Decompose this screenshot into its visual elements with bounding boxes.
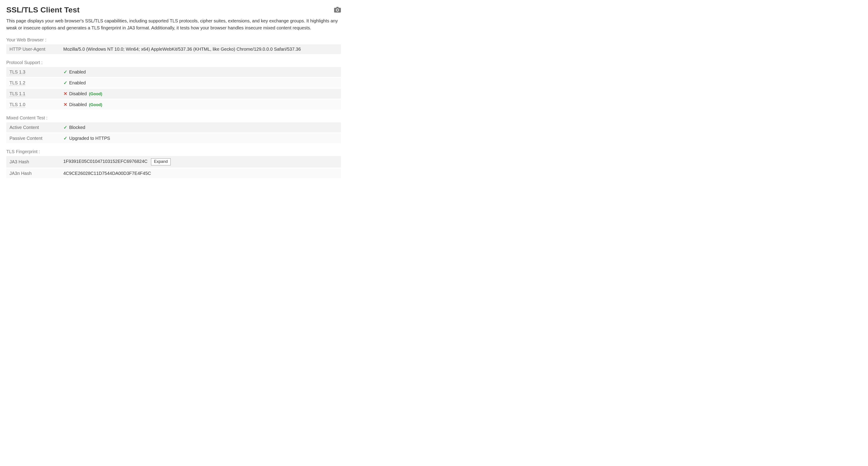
row-value-cell: ✓Upgraded to HTTPS [60,133,341,144]
row-value-cell: ✕Disabled (Good) [60,88,341,99]
row-key: TLS 1.2 [6,77,60,88]
check-icon: ✓ [63,136,67,141]
row-key: TLS 1.1 [6,88,60,99]
row-key-text[interactable]: TLS 1.3 [9,69,25,75]
row-value-cell: ✕Disabled (Good) [60,99,341,110]
row-key: JA3 Hash [6,156,60,168]
table-row: Passive Content ✓Upgraded to HTTPS [6,133,341,144]
camera-icon[interactable] [334,7,341,13]
row-value: Upgraded to HTTPS [69,136,110,141]
check-icon: ✓ [63,80,67,86]
row-value-cell: 4C9CE26028C11D7544DA00D3F7E4F45C [60,168,341,179]
row-value: Mozilla/5.0 (Windows NT 10.0; Win64; x64… [60,44,341,55]
row-value: Disabled [69,91,87,96]
row-value-cell: ✓Blocked [60,122,341,133]
check-icon: ✓ [63,69,67,75]
table-row: JA3 Hash 1F9391E05C01047103152EFC6976824… [6,156,341,168]
check-icon: ✓ [63,125,67,130]
row-value: 1F9391E05C01047103152EFC6976824C [63,159,148,164]
status-note: (Good) [89,92,102,96]
mixed-table: Active Content ✓Blocked Passive Content … [6,122,341,144]
row-key: TLS 1.0 [6,99,60,110]
row-key-text[interactable]: TLS 1.0 [9,102,25,108]
table-row: TLS 1.2 ✓Enabled [6,77,341,88]
row-key: Passive Content [6,133,60,144]
table-row: TLS 1.0 ✕Disabled (Good) [6,99,341,110]
table-row: Active Content ✓Blocked [6,122,341,133]
row-value-cell: ✓Enabled [60,67,341,77]
cross-icon: ✕ [63,91,67,96]
section-label-fingerprint: TLS Fingerprint : [6,149,341,154]
browser-table: HTTP User-Agent Mozilla/5.0 (Windows NT … [6,44,341,55]
section-label-protocol: Protocol Support : [6,60,341,65]
row-value: Enabled [69,69,86,75]
row-key: JA3n Hash [6,168,60,179]
row-value: Enabled [69,80,86,85]
row-value: Blocked [69,125,85,130]
table-row: TLS 1.1 ✕Disabled (Good) [6,88,341,99]
table-row: HTTP User-Agent Mozilla/5.0 (Windows NT … [6,44,341,55]
row-value: 4C9CE26028C11D7544DA00D3F7E4F45C [63,171,151,176]
row-value-cell: ✓Enabled [60,77,341,88]
page-title: SSL/TLS Client Test [6,5,80,14]
fingerprint-table: JA3 Hash 1F9391E05C01047103152EFC6976824… [6,156,341,179]
status-note: (Good) [89,103,102,107]
row-key: TLS 1.3 [6,67,60,77]
protocol-table: TLS 1.3 ✓Enabled TLS 1.2 ✓Enabled TLS 1.… [6,67,341,110]
row-value-cell: 1F9391E05C01047103152EFC6976824C Expand [60,156,341,168]
row-key-text[interactable]: TLS 1.1 [9,91,25,96]
section-label-mixed: Mixed Content Test : [6,115,341,121]
table-row: JA3n Hash 4C9CE26028C11D7544DA00D3F7E4F4… [6,168,341,179]
row-key-text[interactable]: TLS 1.2 [9,80,25,86]
row-key: HTTP User-Agent [6,44,60,55]
expand-button[interactable]: Expand [151,158,170,165]
section-label-browser: Your Web Browser : [6,37,341,42]
row-value: Disabled [69,102,87,107]
row-key: Active Content [6,122,60,133]
intro-paragraph: This page displays your web browser's SS… [6,18,341,31]
cross-icon: ✕ [63,102,67,107]
table-row: TLS 1.3 ✓Enabled [6,67,341,77]
